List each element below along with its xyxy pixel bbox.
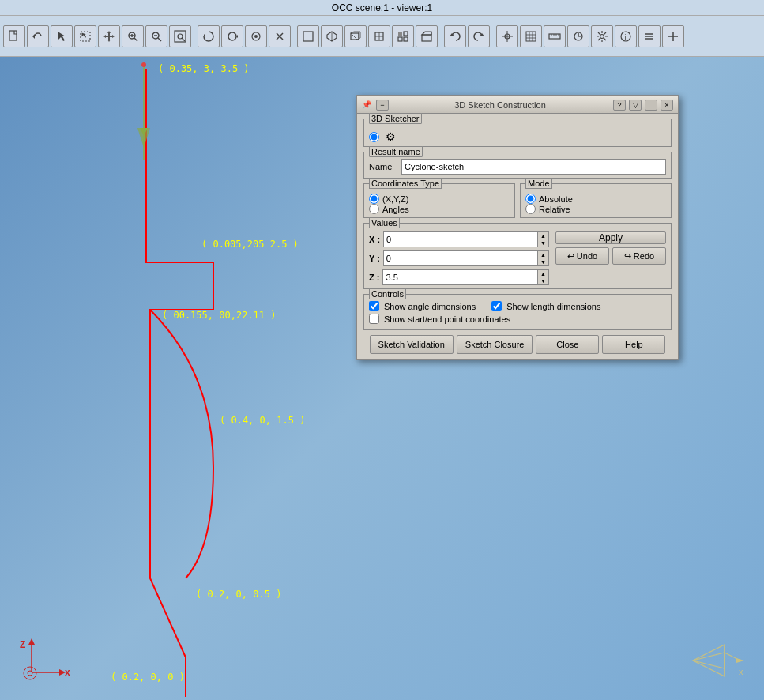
- pan-btn[interactable]: [98, 25, 120, 47]
- show-startend-label: Show start/end point coordinates: [384, 314, 510, 324]
- dialog-minimize-btn[interactable]: −: [376, 100, 389, 111]
- undo-icon: ↩: [567, 251, 574, 262]
- svg-marker-67: [28, 638, 35, 645]
- mode-relative-option[interactable]: Relative: [525, 204, 666, 214]
- z-spinbox[interactable]: ▲ ▼: [382, 269, 549, 285]
- sketcher-radio-active[interactable]: [369, 132, 379, 142]
- x-spin-arrows[interactable]: ▲ ▼: [538, 231, 549, 247]
- x-spinbox[interactable]: ▲ ▼: [383, 231, 549, 247]
- dialog-help-btn[interactable]: ?: [613, 100, 626, 111]
- select-box-btn[interactable]: [74, 25, 96, 47]
- window-title: OCC scene:1 - viewer:1: [0, 0, 764, 16]
- mode-box: Mode Absolute Relative: [520, 183, 672, 218]
- box1-btn[interactable]: [297, 25, 319, 47]
- dialog-expand-btn[interactable]: ▽: [629, 100, 642, 111]
- settings-btn[interactable]: [591, 25, 613, 47]
- sketch-closure-button[interactable]: Sketch Closure: [457, 335, 533, 354]
- z-input[interactable]: [382, 269, 538, 285]
- y-spinbox[interactable]: ▲ ▼: [383, 250, 549, 266]
- coord-mode-row: Coordinates Type (X,Y,Z) Angles Mode: [363, 183, 672, 218]
- apply-button[interactable]: Apply: [555, 231, 666, 244]
- svg-marker-16: [204, 34, 206, 36]
- box3-btn[interactable]: [344, 25, 367, 47]
- show-length-dim-row[interactable]: Show length dimensions: [491, 301, 600, 311]
- measure-btn[interactable]: [567, 25, 589, 47]
- svg-marker-5: [103, 31, 115, 42]
- undo-button[interactable]: ↩ Undo: [555, 247, 609, 265]
- sketcher-section: 3D Sketcher ⚙: [363, 119, 672, 147]
- dialog-pin-icon[interactable]: 📌: [362, 100, 371, 109]
- coord-angles-option[interactable]: Angles: [369, 204, 510, 214]
- info-btn[interactable]: i: [615, 25, 637, 47]
- y-input[interactable]: [383, 250, 538, 266]
- z-spin-down[interactable]: ▼: [538, 277, 548, 284]
- bottom-buttons: Sketch Validation Sketch Closure Close H…: [363, 335, 672, 354]
- close-button[interactable]: Close: [536, 335, 599, 354]
- svg-rect-0: [9, 31, 17, 40]
- plus-btn[interactable]: [662, 25, 684, 47]
- select-arrow-btn[interactable]: [51, 25, 73, 47]
- y-spin-down[interactable]: ▼: [538, 258, 548, 265]
- axes-indicator-left: Z x: [16, 637, 79, 684]
- mode-absolute-option[interactable]: Absolute: [525, 194, 666, 204]
- svg-point-72: [24, 667, 36, 679]
- box5-btn[interactable]: [392, 25, 414, 47]
- dialog-max-btn[interactable]: □: [645, 100, 657, 111]
- extra-btn[interactable]: [638, 25, 661, 47]
- sketch-validation-button[interactable]: Sketch Validation: [370, 335, 454, 354]
- svg-text:x: x: [739, 667, 743, 676]
- y-spin-arrows[interactable]: ▲ ▼: [538, 250, 549, 266]
- svg-point-19: [254, 35, 258, 38]
- show-startend-row[interactable]: Show start/end point coordinates: [369, 314, 666, 324]
- z-spin-arrows[interactable]: ▲ ▼: [538, 269, 549, 285]
- svg-point-54: [600, 34, 604, 38]
- zoom-fit-btn[interactable]: [169, 25, 191, 47]
- rotate3d-btn[interactable]: [198, 25, 220, 47]
- box6-btn[interactable]: [416, 25, 438, 47]
- x-spin-up[interactable]: ▲: [538, 232, 548, 239]
- zoom-in-btn[interactable]: [122, 25, 144, 47]
- show-startend-check[interactable]: [369, 314, 379, 324]
- svg-rect-32: [404, 37, 408, 41]
- rotate-left-btn[interactable]: [27, 25, 49, 47]
- box4-btn[interactable]: [368, 25, 390, 47]
- axes-indicator-right: x: [685, 637, 748, 684]
- coord-type-label: Coordinates Type: [369, 178, 442, 189]
- values-label: Values: [369, 217, 400, 228]
- name-input[interactable]: [401, 159, 666, 175]
- z-spin-up[interactable]: ▲: [538, 270, 548, 277]
- disconnect-btn[interactable]: [269, 25, 291, 47]
- svg-marker-78: [736, 658, 744, 663]
- y-spin-up[interactable]: ▲: [538, 251, 548, 258]
- svg-text:x: x: [65, 667, 70, 678]
- coord-xyz-option[interactable]: (X,Y,Z): [369, 194, 510, 204]
- grid-btn[interactable]: [520, 25, 542, 47]
- connect-btn[interactable]: [245, 25, 267, 47]
- help-button[interactable]: Help: [602, 335, 665, 354]
- svg-marker-2: [58, 32, 66, 41]
- show-length-dim-check[interactable]: [491, 301, 502, 311]
- svg-marker-69: [59, 669, 66, 676]
- svg-rect-29: [398, 32, 402, 36]
- show-angle-dim-row[interactable]: Show angle dimensions: [369, 301, 476, 311]
- name-label: Name: [369, 162, 397, 171]
- new-btn[interactable]: [3, 25, 25, 47]
- ruler-btn[interactable]: [544, 25, 566, 47]
- zoom-out-btn[interactable]: [145, 25, 167, 47]
- redo-tb-btn[interactable]: [468, 25, 490, 47]
- box2-btn[interactable]: [321, 25, 343, 47]
- x-spin-down[interactable]: ▼: [538, 239, 548, 247]
- show-angle-dim-check[interactable]: [369, 301, 379, 311]
- redo-button[interactable]: ↪ Redo: [612, 247, 666, 265]
- x-label: X :: [369, 235, 380, 244]
- controls-label: Controls: [369, 288, 406, 299]
- dialog-titlebar[interactable]: 📌 − 3D Sketch Construction ? ▽ □ ×: [357, 96, 678, 114]
- spin-btn[interactable]: [221, 25, 243, 47]
- snap-btn[interactable]: [496, 25, 518, 47]
- coord-label-2: ( 0.005,205 2.5 ): [201, 239, 299, 250]
- svg-point-73: [28, 671, 32, 676]
- dialog-close-btn[interactable]: ×: [661, 100, 673, 111]
- svg-marker-74: [693, 645, 724, 676]
- undo-tb-btn[interactable]: [444, 25, 466, 47]
- x-input[interactable]: [383, 231, 538, 247]
